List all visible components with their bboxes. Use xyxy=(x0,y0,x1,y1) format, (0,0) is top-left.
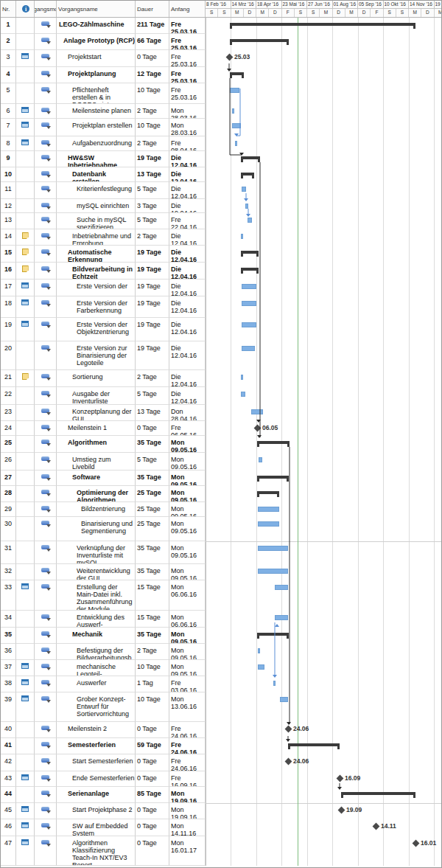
row-indicator-cell[interactable] xyxy=(16,387,35,405)
column-header-nr[interactable]: Nr. xyxy=(1,1,16,17)
summary-bar[interactable] xyxy=(241,268,259,271)
task-mode-cell[interactable] xyxy=(35,296,57,318)
task-start-cell[interactable]: Die 12.04.16 xyxy=(169,387,206,405)
task-start-cell[interactable]: Fre 03.06.16 xyxy=(169,676,206,692)
row-number-cell[interactable]: 25 xyxy=(1,436,16,453)
task-start-cell[interactable]: Fre 16.09.16 xyxy=(169,771,206,787)
table-row[interactable]: 10Datenbank erstellen13 TageDie 12.04.16 xyxy=(1,167,441,182)
task-mode-cell[interactable] xyxy=(35,486,57,502)
task-name-cell[interactable]: Grober Konzept-Entwurf für Sortiervorric… xyxy=(57,692,136,722)
task-mode-cell[interactable] xyxy=(35,738,57,754)
row-number-cell[interactable]: 43 xyxy=(1,771,16,787)
task-bar[interactable] xyxy=(258,546,288,551)
task-mode-cell[interactable] xyxy=(35,787,57,803)
task-duration-cell[interactable]: 0 Tage xyxy=(136,754,169,771)
row-indicator-cell[interactable] xyxy=(16,453,35,471)
task-bar[interactable] xyxy=(242,346,255,351)
task-mode-cell[interactable] xyxy=(35,50,57,67)
assignment-window-icon[interactable] xyxy=(21,139,29,145)
task-duration-cell[interactable]: 19 Tage xyxy=(136,246,169,263)
task-mode-cell[interactable] xyxy=(35,229,57,246)
task-start-cell[interactable]: Mon 09.05.16 xyxy=(169,517,206,541)
task-mode-cell[interactable] xyxy=(35,580,57,611)
task-name-cell[interactable]: Suche in mySQL spezifizieren xyxy=(57,213,136,229)
assignment-window-icon[interactable] xyxy=(21,679,29,685)
table-row[interactable]: 36Befestigung der Bildverarbeitungsbox2 … xyxy=(1,644,441,660)
task-mode-cell[interactable] xyxy=(35,644,57,660)
row-number-cell[interactable]: 7 xyxy=(1,119,16,136)
task-name-cell[interactable]: Erste Version zur Binarisierung der Lego… xyxy=(57,341,136,370)
note-icon[interactable] xyxy=(22,265,29,272)
table-row[interactable]: 1LEGO-Zählmaschine211 TageFre 25.03.16 xyxy=(1,18,441,34)
task-mode-cell[interactable] xyxy=(35,771,57,787)
task-name-cell[interactable]: Projektplanung xyxy=(57,67,136,83)
task-mode-cell[interactable] xyxy=(35,119,57,136)
column-header-dauer[interactable]: Dauer xyxy=(136,1,169,17)
row-number-cell[interactable]: 20 xyxy=(1,341,16,370)
task-duration-cell[interactable]: 0 Tage xyxy=(136,50,169,67)
row-indicator-cell[interactable] xyxy=(16,182,35,199)
row-number-cell[interactable]: 41 xyxy=(1,738,16,754)
row-number-cell[interactable]: 30 xyxy=(1,517,16,541)
task-name-cell[interactable]: Algorithmen Klassifizierung Teach-In NXT… xyxy=(57,836,136,866)
task-duration-cell[interactable]: 2 Tage xyxy=(136,229,169,246)
task-duration-cell[interactable]: 10 Tage xyxy=(136,692,169,722)
note-icon[interactable] xyxy=(22,232,29,239)
task-duration-cell[interactable]: 19 Tage xyxy=(136,151,169,167)
task-duration-cell[interactable]: 5 Tage xyxy=(136,213,169,229)
task-name-cell[interactable]: Automatische Erkennung xyxy=(57,246,136,263)
task-duration-cell[interactable]: 19 Tage xyxy=(136,280,169,296)
table-row[interactable]: 12mySQL einrichten3 TageDie 19.04.16 xyxy=(1,199,441,213)
task-duration-cell[interactable]: 12 Tage xyxy=(136,67,169,83)
task-mode-cell[interactable] xyxy=(35,182,57,199)
table-row[interactable]: 37mechanische Legoteil-Zentrierung10 Tag… xyxy=(1,660,441,676)
row-number-cell[interactable]: 16 xyxy=(1,263,16,280)
summary-bar[interactable] xyxy=(241,156,260,159)
task-duration-cell[interactable]: 0 Tage xyxy=(136,771,169,787)
assignment-window-icon[interactable] xyxy=(21,695,29,701)
table-row[interactable]: 8Aufgabenzuordnung2 TageFre 08.04.16 xyxy=(1,136,441,151)
task-bar[interactable] xyxy=(241,392,245,397)
table-row[interactable]: 15Automatische Erkennung19 TageDie 12.04… xyxy=(1,246,441,263)
task-mode-cell[interactable] xyxy=(35,541,57,564)
table-row[interactable]: 44Serienanlage85 TageMon 19.09.16 xyxy=(1,787,441,803)
task-duration-cell[interactable]: 35 Tage xyxy=(136,541,169,564)
task-mode-cell[interactable] xyxy=(35,104,57,119)
row-indicator-cell[interactable] xyxy=(16,246,35,263)
task-duration-cell[interactable]: 0 Tage xyxy=(136,803,169,819)
task-start-cell[interactable]: Fre 24.06.16 xyxy=(169,738,206,754)
summary-bar[interactable] xyxy=(230,72,244,75)
row-indicator-cell[interactable] xyxy=(16,421,35,436)
row-number-cell[interactable]: 29 xyxy=(1,502,16,517)
task-mode-cell[interactable] xyxy=(35,151,57,167)
table-row[interactable]: 6Meilensteine planen2 TageMon 28.03.16 xyxy=(1,104,441,119)
row-indicator-cell[interactable] xyxy=(16,564,35,580)
milestone-diamond[interactable] xyxy=(284,726,292,733)
assignment-window-icon[interactable] xyxy=(21,107,29,113)
row-indicator-cell[interactable] xyxy=(16,370,35,387)
task-mode-cell[interactable] xyxy=(35,676,57,692)
task-mode-cell[interactable] xyxy=(35,692,57,722)
task-start-cell[interactable]: Mon 19.09.16 xyxy=(169,803,206,819)
task-name-cell[interactable]: Meilenstein 2 xyxy=(57,722,136,738)
assignment-window-icon[interactable] xyxy=(21,299,29,305)
task-mode-cell[interactable] xyxy=(35,754,57,771)
summary-bar[interactable] xyxy=(257,441,290,444)
task-name-cell[interactable]: Weiterentwicklung der GUI xyxy=(57,564,136,580)
task-start-cell[interactable]: Mon 14.11.16 xyxy=(169,819,206,836)
task-mode-cell[interactable] xyxy=(35,819,57,836)
row-number-cell[interactable]: 23 xyxy=(1,405,16,421)
task-name-cell[interactable]: Entwicklung des Auswerf-Algorithmus xyxy=(57,611,136,628)
row-number-cell[interactable]: 12 xyxy=(1,199,16,213)
row-number-cell[interactable]: 9 xyxy=(1,151,16,167)
row-indicator-cell[interactable] xyxy=(16,18,35,34)
task-mode-cell[interactable] xyxy=(35,18,57,34)
assignment-window-icon[interactable] xyxy=(21,806,29,812)
row-indicator-cell[interactable] xyxy=(16,229,35,246)
summary-bar[interactable] xyxy=(257,476,289,479)
table-row[interactable]: 23Konzeptplanung der GUI13 TageDon 28.04… xyxy=(1,405,441,421)
task-duration-cell[interactable]: 35 Tage xyxy=(136,628,169,644)
row-number-cell[interactable]: 15 xyxy=(1,246,16,263)
row-indicator-cell[interactable] xyxy=(16,119,35,136)
timeline-header[interactable]: 8 Feb '1614 Mrz '1618 Apr '1623 Mai '162… xyxy=(206,1,442,17)
